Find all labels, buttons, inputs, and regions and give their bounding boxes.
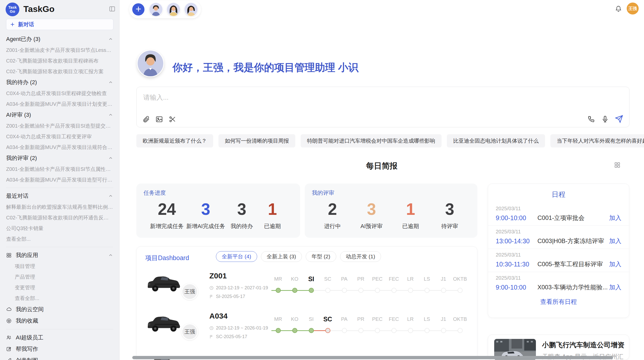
join-link[interactable]: 加入 bbox=[609, 214, 621, 222]
dashboard-filter[interactable]: 年型 (2) bbox=[306, 251, 336, 262]
milestone-LS: LS bbox=[419, 274, 435, 295]
sidebar-item[interactable]: 解释最新出台的欧盟报废车法规再生塑料比例被调至15%... bbox=[6, 202, 113, 212]
chevron-up-icon bbox=[108, 156, 113, 161]
sidebar-section-label: AI评审 (3) bbox=[6, 111, 31, 119]
sidebar-item[interactable]: C02-飞腾新能源轻客改款项目里程碑画布 bbox=[6, 55, 113, 66]
milestone-dot-PA bbox=[342, 288, 347, 293]
sidebar-item[interactable]: A034-全新新能源MUV产品开发项目造型可行性评审 bbox=[6, 174, 113, 185]
milestone-LR: LR bbox=[402, 314, 419, 336]
milestone-timeline: MRKOSISCPAPRPECFECLRLSJ1OKTB bbox=[270, 314, 468, 336]
microphone-icon[interactable] bbox=[601, 115, 609, 123]
sidebar-section-header[interactable]: 我的评审 (2) bbox=[6, 153, 113, 164]
session-avatar-3[interactable] bbox=[184, 2, 198, 17]
stat-item: 3 新增AI完成任务 bbox=[186, 199, 225, 230]
insert-image-icon[interactable] bbox=[155, 115, 163, 123]
horizontal-scrollbar[interactable] bbox=[132, 356, 613, 359]
sidebar-item[interactable]: 公司Q3轻卡销量 bbox=[6, 223, 113, 234]
sidebar-section-header[interactable]: AI评审 (3) bbox=[6, 109, 113, 121]
milestone-SC: SC bbox=[319, 314, 336, 336]
session-avatar-2[interactable] bbox=[166, 2, 181, 17]
dashboard-filter[interactable]: 全新平台 (4) bbox=[216, 251, 257, 262]
stat-label: AI预评审 bbox=[358, 222, 386, 230]
stat-label: 已逾期 bbox=[397, 222, 425, 230]
suggestion-chip[interactable]: 比亚迪全固态电池计划具体说了什么 bbox=[447, 134, 545, 147]
apps-view-all[interactable]: 查看全部... bbox=[6, 293, 113, 304]
dashboard-filter[interactable]: 全新上装 (3) bbox=[261, 251, 302, 262]
milestone-dot-FEC bbox=[391, 328, 397, 333]
sidebar-section-header-apps[interactable]: 我的应用 bbox=[6, 250, 113, 261]
suggestion-chip[interactable]: 当下年轻人对汽车外观有怎样的喜好趋势 bbox=[550, 134, 644, 147]
sidebar-item[interactable]: C02-飞腾新能源轻客改款项目立项汇报方案 bbox=[6, 66, 113, 77]
sidebar-section-header-recent[interactable]: 最近对话 bbox=[6, 190, 113, 202]
notification-bell-icon[interactable] bbox=[615, 5, 622, 12]
recent-chats-label: 最近对话 bbox=[6, 192, 28, 200]
suggestion-chips: 欧洲新规最近颁布了什么？如何写一份清晰的项目周报特朗普可能对进口汽车增税会对中国… bbox=[136, 134, 644, 147]
scissors-icon[interactable] bbox=[169, 115, 176, 123]
sidebar-item[interactable]: C02-飞腾新能源轻客改款项目的闭环通告反馈情况 bbox=[6, 212, 113, 223]
suggestion-chip[interactable]: 特朗普可能对进口汽车增税会对中国车企造成哪些影响 bbox=[301, 134, 442, 147]
send-icon[interactable] bbox=[615, 115, 623, 123]
stat-item: 1 已逾期 bbox=[258, 199, 286, 230]
join-link[interactable]: 加入 bbox=[609, 260, 621, 268]
project-code: A034 bbox=[209, 312, 228, 320]
session-avatar-1[interactable] bbox=[149, 2, 163, 17]
stat-label: 待评审 bbox=[436, 222, 464, 230]
stat-item: 3 待评审 bbox=[436, 199, 464, 230]
briefing-layout-icon[interactable] bbox=[614, 162, 621, 168]
sidebar-item[interactable]: Z001-全新燃油轻卡产品开发项目SI造型提交物评审 bbox=[6, 121, 113, 131]
join-link[interactable]: 加入 bbox=[609, 283, 621, 291]
sidebar-collapse-icon[interactable] bbox=[109, 6, 115, 12]
suggestion-chip[interactable]: 如何写一份清晰的项目周报 bbox=[218, 134, 295, 147]
sidebar-section-label: Agent已办 (3) bbox=[6, 35, 40, 43]
chevron-up-icon bbox=[108, 112, 113, 117]
milestone-PR: PR bbox=[353, 314, 369, 336]
sidebar-item-ai-employee[interactable]: AI超级员工 bbox=[6, 332, 113, 343]
app-title: TaskGo bbox=[23, 4, 54, 14]
schedule-event: 2025/03/11 9:00-10:00 X003-车辆动力学性能验... 加… bbox=[488, 272, 629, 295]
sidebar-item[interactable]: A034-全新新能源MUV产品开发项目计划变更表编写 bbox=[6, 99, 113, 109]
attach-file-icon[interactable] bbox=[142, 115, 150, 123]
chevron-up-icon bbox=[108, 193, 113, 199]
stat-item: 3 AI预评审 bbox=[358, 199, 386, 230]
sidebar-section-label: 我的待办 (2) bbox=[6, 79, 37, 86]
sidebar-item-cloud-space[interactable]: 我的云空间 bbox=[6, 304, 113, 315]
sidebar-item[interactable]: C0X4-动力总成开发项目工程变更评审 bbox=[6, 131, 113, 142]
view-all-schedule-link[interactable]: 查看所有日程 bbox=[488, 297, 629, 306]
sidebar-section-header[interactable]: 我的待办 (2) bbox=[6, 77, 113, 88]
project-row[interactable]: 王强 Z001 2023-12-19 ~ 2027-01-19 SI-2025-… bbox=[137, 271, 477, 311]
project-row[interactable]: 王强 A034 2023-12-19 ~ 2026-01-19 SC-2025-… bbox=[137, 311, 477, 351]
project-dashboard-card: 项目Dashboard 全新平台 (4)全新上装 (3)年型 (2)动总开发 (… bbox=[136, 246, 477, 360]
message-input[interactable] bbox=[137, 87, 629, 112]
user-avatar[interactable]: 王强 bbox=[627, 3, 639, 14]
sidebar-item[interactable]: 产品管理 bbox=[6, 272, 113, 282]
divider bbox=[6, 329, 113, 329]
join-link[interactable]: 加入 bbox=[609, 237, 621, 245]
sidebar-section-header[interactable]: Agent已办 (3) bbox=[6, 34, 113, 45]
milestone-dot-SC bbox=[325, 288, 330, 293]
sidebar-item[interactable]: 变更管理 bbox=[6, 282, 113, 293]
project-vehicle-image bbox=[146, 312, 183, 335]
sidebar-item-creative-draw[interactable]: 创意制图 bbox=[6, 355, 113, 360]
pen-icon bbox=[6, 358, 12, 360]
add-session-button[interactable]: + bbox=[131, 2, 145, 17]
my-apps-label: 我的应用 bbox=[16, 251, 38, 259]
event-time: 10:30-11:30 bbox=[496, 261, 537, 268]
sidebar-item[interactable]: Z001-全新燃油轻卡产品开发项目SI节点属性5D文件评审 bbox=[6, 164, 113, 174]
sidebar-item[interactable]: Z001-全新燃油皮卡产品开发项目SI节点Lesson Learn报告 bbox=[6, 45, 113, 55]
milestone-dot-PEC bbox=[375, 328, 380, 333]
recent-view-all[interactable]: 查看全部... bbox=[6, 234, 113, 244]
stat-value: 3 bbox=[228, 199, 256, 220]
phone-call-icon[interactable] bbox=[588, 115, 595, 123]
sidebar-item[interactable]: C0X4-动力总成开发项目SI里程碑提交物检查 bbox=[6, 88, 113, 99]
my-reviews-card: 我的评审 2 进行中 3 AI预评审 1 已逾期 3 待评审 bbox=[305, 184, 477, 238]
dashboard-filter[interactable]: 动总开发 (1) bbox=[340, 251, 381, 262]
sidebar-item-favorites[interactable]: 我的收藏 bbox=[6, 315, 113, 326]
suggestion-chip[interactable]: 欧洲新规最近颁布了什么？ bbox=[136, 134, 213, 147]
milestone-dot-PR bbox=[358, 288, 363, 293]
sidebar-item-help-write[interactable]: 帮我写作 bbox=[6, 343, 113, 355]
sidebar-item[interactable]: A034-全新新能源MUV产品开发项目法规符合性评审 bbox=[6, 142, 113, 153]
sidebar-item[interactable]: 项目管理 bbox=[6, 261, 113, 272]
sidebar: Task Go TaskGo 新对话 Agent已办 (3) Z001-全新燃油… bbox=[0, 0, 120, 360]
new-chat-button[interactable]: 新对话 bbox=[6, 19, 113, 30]
event-date: 2025/03/11 bbox=[496, 275, 621, 281]
